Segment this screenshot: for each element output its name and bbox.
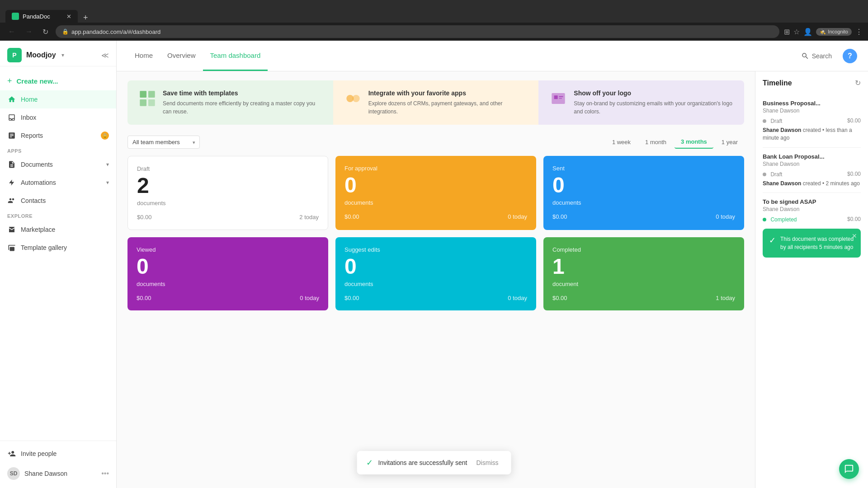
browser-chrome: PandaDoc ✕ + [0, 0, 868, 23]
approval-today: 0 today [508, 213, 527, 220]
stat-card-for-approval[interactable]: For approval 0 documents $0.00 0 today [335, 156, 536, 230]
tab-home[interactable]: Home [127, 41, 160, 71]
sidebar-item-reports[interactable]: Reports 🔒 [0, 127, 116, 145]
timeline-refresh-icon[interactable]: ↻ [855, 79, 861, 87]
sidebar-item-home[interactable]: Home [0, 90, 116, 108]
sidebar-nav: + Create new... Home Inbox Reports [0, 66, 116, 262]
draft-status-dot-2 [763, 173, 766, 176]
suggest-edits-amount: $0.00 [344, 295, 359, 301]
tab-close-icon[interactable]: ✕ [66, 13, 71, 20]
active-tab[interactable]: PandaDoc ✕ [5, 10, 78, 23]
bookmark-icon[interactable]: ☆ [793, 28, 800, 36]
search-label: Search [812, 52, 832, 60]
doc-activity-2: Shane Dawson created • 2 minutes ago [763, 180, 861, 188]
search-button[interactable]: Search [801, 52, 832, 60]
suggest-edits-today: 0 today [508, 295, 527, 301]
stat-card-sent[interactable]: Sent 0 documents $0.00 0 today [543, 156, 744, 230]
back-button[interactable]: ← [5, 26, 18, 38]
user-profile[interactable]: SD Shane Dawson ••• [0, 463, 116, 484]
timeline-item-3[interactable]: To be signed ASAP Shane Dawson Completed… [763, 193, 861, 263]
forward-button[interactable]: → [23, 26, 35, 38]
doc-status-3: Completed [763, 215, 797, 223]
sidebar-item-inbox[interactable]: Inbox [0, 108, 116, 127]
marketplace-icon [7, 225, 16, 234]
draft-amount: $0.00 [137, 214, 152, 221]
promo-card-logo-content: Show off your logo Stay on-brand by cust… [574, 89, 733, 116]
toast-dismiss-button[interactable]: Dismiss [472, 457, 502, 468]
top-nav: Home Overview Team dashboard Search ? [117, 41, 868, 71]
user-more-icon[interactable]: ••• [101, 469, 109, 478]
documents-expand-icon: ▾ [106, 161, 109, 168]
svg-rect-7 [554, 95, 558, 99]
new-tab-button[interactable]: + [80, 13, 92, 23]
stat-card-completed[interactable]: Completed 1 document $0.00 1 today [543, 237, 744, 310]
stat-card-suggest-edits[interactable]: Suggest edits 0 documents $0.00 0 today [335, 237, 536, 310]
sent-sub: documents [552, 199, 735, 206]
sidebar-item-marketplace[interactable]: Marketplace [0, 221, 116, 239]
stat-card-viewed[interactable]: Viewed 0 documents $0.00 0 today [127, 237, 328, 310]
period-tab-3months[interactable]: 3 months [675, 136, 713, 149]
doc-status-2: Draft [763, 170, 782, 178]
approval-footer: $0.00 0 today [344, 213, 527, 220]
draft-status-dot-1 [763, 119, 766, 123]
team-members-filter-wrap: All team members [127, 136, 200, 149]
sidebar-item-automations[interactable]: Automations ▾ [0, 174, 116, 192]
reload-button[interactable]: ↻ [40, 26, 51, 38]
team-members-filter[interactable]: All team members [127, 136, 200, 149]
address-bar[interactable]: 🔒 app.pandadoc.com/a/#/dashboard [56, 25, 779, 38]
avatar: SD [7, 467, 20, 480]
template-gallery-icon [7, 243, 16, 252]
period-tab-1year[interactable]: 1 year [715, 136, 744, 148]
doc-status-row-3: Completed $0.00 [763, 215, 861, 223]
promo-templates-desc: Send documents more efficiently by creat… [163, 99, 322, 116]
brand[interactable]: P Moodjoy ▾ [7, 48, 64, 62]
sent-amount: $0.00 [552, 213, 567, 220]
content: Save time with templates Send documents … [117, 71, 868, 488]
lock-icon: 🔒 [62, 28, 69, 35]
create-new-button[interactable]: + Create new... [0, 72, 116, 90]
extensions-icon[interactable]: ⊞ [784, 28, 790, 36]
create-new-label: Create new... [17, 77, 58, 85]
help-button[interactable]: ? [843, 49, 857, 63]
promo-card-templates[interactable]: Save time with templates Send documents … [127, 80, 333, 125]
contacts-icon [7, 196, 16, 205]
sidebar-collapse-icon[interactable]: ≪ [101, 51, 109, 60]
stat-card-draft[interactable]: Draft 2 documents $0.00 2 today [127, 156, 328, 230]
svg-rect-0 [140, 91, 146, 98]
doc-title-3: To be signed ASAP [763, 198, 861, 205]
browser-tabs: PandaDoc ✕ + [5, 0, 92, 23]
viewed-sub: documents [137, 281, 319, 287]
toast-message: Invitations are successfully sent [378, 459, 467, 466]
completion-close-icon[interactable]: ✕ [852, 232, 857, 239]
sidebar-item-template-gallery[interactable]: Template gallery [0, 239, 116, 257]
draft-today: 2 today [299, 214, 319, 221]
logo-promo-icon [549, 89, 567, 111]
brand-name: Moodjoy [26, 51, 56, 59]
period-tab-1month[interactable]: 1 month [639, 136, 673, 148]
browser-actions: ⊞ ☆ 👤 🕵 Incognito ⋮ [784, 28, 863, 36]
sidebar-invite-people[interactable]: Invite people [0, 445, 116, 463]
tab-team-dashboard[interactable]: Team dashboard [203, 41, 268, 71]
sidebar-footer: Invite people SD Shane Dawson ••• [0, 441, 116, 488]
menu-icon[interactable]: ⋮ [855, 28, 863, 36]
chat-button[interactable] [839, 459, 859, 479]
period-tab-1week[interactable]: 1 week [606, 136, 637, 148]
timeline-item-2[interactable]: Bank Loan Proposal... Shane Dawson Draft… [763, 148, 861, 193]
svg-rect-8 [559, 96, 563, 97]
doc-author-1: Shane Dawson [763, 108, 861, 114]
sidebar-header: P Moodjoy ▾ ≪ [0, 41, 116, 66]
tab-overview[interactable]: Overview [160, 41, 203, 71]
suggest-edits-sub: documents [344, 281, 527, 287]
promo-integrations-desc: Explore dozens of CRMs, payment gateways… [368, 99, 528, 116]
promo-card-integrations[interactable]: Integrate with your favorite apps Explor… [333, 80, 539, 125]
sidebar-item-documents[interactable]: Documents ▾ [0, 155, 116, 174]
timeline-item-1[interactable]: Business Proposal... Shane Dawson Draft … [763, 94, 861, 148]
stat-cards-row2: Viewed 0 documents $0.00 0 today Suggest… [127, 237, 744, 310]
url-text: app.pandadoc.com/a/#/dashboard [71, 28, 160, 35]
profile-icon[interactable]: 👤 [803, 28, 812, 36]
promo-card-logo[interactable]: Show off your logo Stay on-brand by cust… [538, 80, 744, 125]
home-icon [7, 95, 16, 104]
sidebar-item-contacts[interactable]: Contacts [0, 192, 116, 210]
user-name: Shane Dawson [24, 470, 97, 477]
viewed-value: 0 [137, 255, 319, 279]
